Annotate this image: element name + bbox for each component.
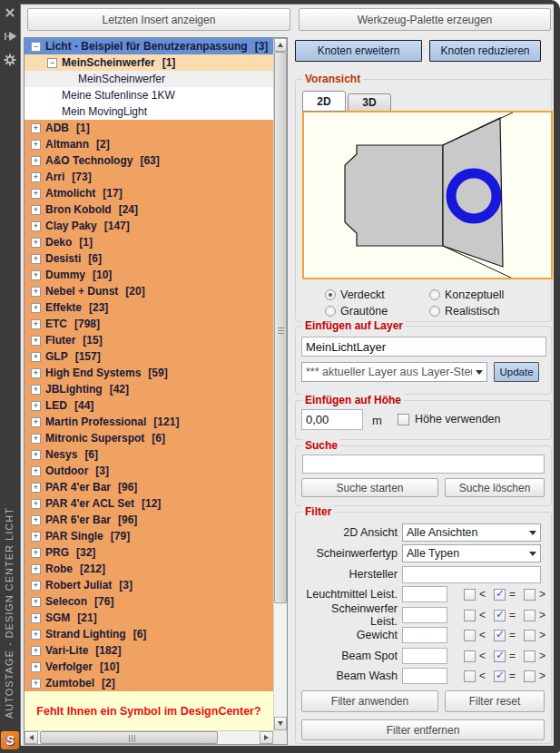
- scroll-left-button[interactable]: [25, 731, 38, 744]
- tree-item[interactable]: JBLighting [42]: [25, 381, 273, 397]
- expander-icon[interactable]: [30, 152, 42, 169]
- expander-icon[interactable]: [30, 169, 42, 185]
- tree-item[interactable]: Strand Lighting [6]: [25, 626, 273, 642]
- tree-horizontal-scrollbar[interactable]: [25, 730, 273, 744]
- tree-item[interactable]: Effekte [23]: [25, 299, 273, 316]
- horizontal-scroll-thumb[interactable]: [40, 731, 218, 744]
- expander-icon[interactable]: [30, 185, 42, 201]
- tree-item[interactable]: PAR Single [79]: [25, 528, 273, 544]
- tree-item[interactable]: Licht - Beispiel für Benutzeranpassung […: [25, 38, 273, 54]
- tree-item[interactable]: Selecon [76]: [25, 593, 273, 610]
- filter-value-input[interactable]: [402, 607, 447, 623]
- close-icon[interactable]: [4, 6, 16, 19]
- filter-value-input[interactable]: [402, 586, 447, 602]
- expander-icon[interactable]: [30, 544, 42, 561]
- compare-checkbox-eq[interactable]: [494, 670, 506, 682]
- tree-item[interactable]: Vari-Lite [182]: [25, 642, 273, 659]
- layer-source-dropdown[interactable]: *** aktueller Layer aus Layer-Steueru: [301, 362, 487, 382]
- expander-icon[interactable]: [30, 365, 42, 381]
- collapse-nodes-button[interactable]: Knoten reduzieren: [429, 40, 541, 62]
- compare-checkbox-eq[interactable]: [494, 589, 506, 601]
- radio-realistisch[interactable]: Realistisch: [429, 303, 547, 319]
- compare-checkbox-gt[interactable]: [524, 670, 535, 682]
- compare-checkbox-eq[interactable]: [494, 630, 506, 641]
- expander-icon[interactable]: [30, 348, 42, 365]
- compare-checkbox-lt[interactable]: [464, 650, 476, 662]
- gear-icon[interactable]: [4, 54, 16, 66]
- tree-item[interactable]: Deko [1]: [25, 234, 273, 250]
- compare-checkbox-lt[interactable]: [464, 630, 476, 641]
- expander-icon[interactable]: [30, 446, 42, 463]
- tree-item[interactable]: Bron Kobold [24]: [25, 201, 273, 218]
- tree-item[interactable]: Mein MovingLight: [25, 103, 273, 120]
- tree-item[interactable]: Clay Paky [147]: [25, 218, 273, 234]
- pin-icon[interactable]: [4, 30, 16, 43]
- expander-icon[interactable]: [30, 332, 42, 348]
- tree-item[interactable]: SGM [21]: [25, 610, 273, 626]
- expander-icon[interactable]: [46, 54, 58, 71]
- tree-item[interactable]: LED [44]: [25, 397, 273, 414]
- filter-apply-button[interactable]: Filter anwenden: [301, 690, 438, 712]
- expander-icon[interactable]: [30, 495, 42, 512]
- compare-checkbox-gt[interactable]: [524, 589, 535, 601]
- tree-item[interactable]: Mitronic Superspot [6]: [25, 430, 273, 446]
- filter-select[interactable]: Alle Ansichten: [402, 523, 541, 542]
- compare-checkbox-eq[interactable]: [494, 650, 506, 662]
- compare-checkbox-gt[interactable]: [524, 650, 535, 662]
- expander-icon[interactable]: [30, 610, 42, 626]
- expander-icon[interactable]: [30, 430, 42, 446]
- expander-icon[interactable]: [30, 675, 42, 691]
- tree-item[interactable]: Zumtobel [2]: [25, 675, 273, 691]
- tab-2d[interactable]: 2D: [302, 91, 346, 112]
- expander-icon[interactable]: [30, 267, 42, 283]
- expander-icon[interactable]: [30, 593, 42, 610]
- expander-icon[interactable]: [30, 397, 42, 414]
- tree-item[interactable]: MeinScheinwerfer [1]: [25, 54, 273, 71]
- expander-icon[interactable]: [30, 381, 42, 397]
- expander-icon[interactable]: [30, 38, 42, 54]
- layer-name-input[interactable]: [301, 337, 546, 357]
- tree-item[interactable]: Meine Stufenlinse 1KW: [25, 87, 273, 103]
- compare-checkbox-lt[interactable]: [464, 670, 476, 682]
- create-tool-palette-button[interactable]: Werkzeug-Palette erzeugen: [299, 8, 551, 31]
- compare-checkbox-gt[interactable]: [524, 630, 535, 641]
- radio-verdeckt[interactable]: Verdeckt: [325, 287, 429, 303]
- tree-item[interactable]: ETC [798]: [25, 316, 273, 332]
- use-height-checkbox[interactable]: [398, 414, 409, 425]
- radio-button[interactable]: [325, 306, 336, 317]
- tree-item[interactable]: Desisti [6]: [25, 250, 273, 267]
- tree-item[interactable]: Altmann [2]: [25, 136, 273, 152]
- expander-icon[interactable]: [30, 577, 42, 593]
- scroll-right-button[interactable]: [260, 731, 273, 744]
- search-input[interactable]: [302, 455, 545, 474]
- radio-button[interactable]: [429, 306, 440, 317]
- tree-item[interactable]: Dummy [10]: [25, 267, 273, 283]
- expander-icon[interactable]: [30, 659, 42, 675]
- tree-item[interactable]: GLP [157]: [25, 348, 273, 365]
- radio-grautöne[interactable]: Grautöne: [325, 303, 429, 319]
- expander-icon[interactable]: [30, 316, 42, 332]
- filter-select[interactable]: Alle Typen: [402, 544, 541, 562]
- expander-icon[interactable]: [30, 561, 42, 577]
- tree-item[interactable]: PRG [32]: [25, 544, 273, 561]
- radio-button[interactable]: [429, 289, 440, 300]
- compare-checkbox-lt[interactable]: [464, 610, 476, 621]
- tree-item[interactable]: PAR 6'er Bar [96]: [25, 512, 273, 528]
- tree-item[interactable]: Atmolicht [17]: [25, 185, 273, 201]
- tree-item[interactable]: Fluter [15]: [25, 332, 273, 348]
- tree-item[interactable]: Martin Professional [121]: [25, 414, 273, 430]
- tree-vertical-scrollbar[interactable]: [273, 38, 287, 730]
- filter-value-input[interactable]: [402, 648, 447, 664]
- expander-icon[interactable]: [30, 479, 42, 495]
- tree-item[interactable]: PAR 4'er Bar [96]: [25, 479, 273, 495]
- scroll-up-button[interactable]: [274, 38, 287, 52]
- tree-item[interactable]: Nebel + Dunst [20]: [25, 283, 273, 299]
- expand-nodes-button[interactable]: Knoten erweitern: [295, 40, 422, 62]
- search-start-button[interactable]: Suche starten: [301, 478, 438, 497]
- compare-checkbox-lt[interactable]: [464, 589, 476, 601]
- filter-value-input[interactable]: [402, 668, 447, 684]
- tree-item[interactable]: A&O Technology [63]: [25, 152, 273, 169]
- expander-icon[interactable]: [30, 250, 42, 267]
- expander-icon[interactable]: [30, 136, 42, 152]
- radio-button[interactable]: [325, 289, 336, 300]
